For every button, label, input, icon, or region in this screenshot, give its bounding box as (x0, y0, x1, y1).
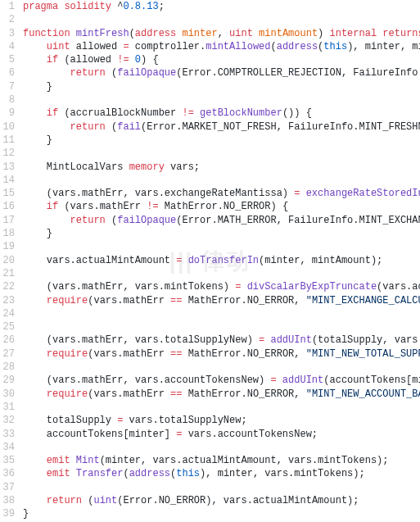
code-line: (vars.mathErr, vars.exchangeRateMantissa… (23, 187, 420, 200)
code-line: emit Transfer(address(this), minter, var… (23, 467, 420, 480)
token-pln: (vars.mathErr (88, 295, 170, 306)
token-pln: comptroller. (129, 41, 206, 52)
token-fn: doTransferIn (188, 255, 259, 266)
code-line: function mintFresh(address minter, uint … (23, 27, 420, 40)
token-fn: mintAllowed (205, 41, 270, 52)
token-pln (70, 28, 76, 39)
token-pln: accountTokens[minter] (23, 429, 176, 440)
code-line: return (uint(Error.NO_ERROR), vars.actua… (23, 494, 420, 507)
token-pln: } (23, 134, 52, 146)
token-pln: (accountTokens[minter], vars.mintTok (323, 374, 420, 386)
token-pln (70, 455, 76, 466)
token-kw: return (70, 67, 106, 79)
token-pln: ()) { (282, 107, 312, 119)
code-line: uint allowed = comptroller.mintAllowed(a… (23, 40, 420, 53)
token-pln: vars.actualMintAmount (23, 255, 176, 266)
token-kw: address (135, 28, 176, 39)
token-kw: == (170, 295, 182, 306)
token-kw: function (23, 28, 70, 39)
token-pln: (vars.mathErr, vars.exchangeRateMantissa… (23, 188, 294, 199)
token-pln (23, 455, 47, 466)
token-pln (129, 54, 135, 66)
token-kw: != (182, 107, 193, 119)
line-number: 27 (0, 347, 15, 361)
token-pln (23, 215, 70, 226)
token-lit: this (176, 468, 200, 479)
token-lit: 0.8.13 (123, 1, 158, 12)
line-number: 32 (0, 414, 15, 427)
line-number: 29 (0, 374, 15, 387)
token-kw: if (47, 54, 58, 66)
token-kw: returns (382, 28, 420, 39)
token-pln (23, 295, 47, 306)
token-fn: addUInt (270, 334, 311, 346)
token-kw: emit (47, 468, 70, 479)
token-pln: (vars.mathErr (88, 348, 170, 360)
line-number: 34 (0, 441, 15, 454)
token-fn: Mint (76, 455, 100, 466)
token-pln: (vars.mathErr (58, 201, 147, 212)
token-pln: MathError.NO_ERROR) { (159, 201, 288, 212)
code-line (23, 441, 420, 454)
token-fn: getBlockNumber (200, 107, 282, 119)
code-line (23, 307, 420, 320)
code-line: MintLocalVars memory vars; (23, 161, 420, 174)
token-pln: MathError.NO_ERROR, (182, 388, 305, 400)
token-pln: (Error.MARKET_NOT_FRESH, FailureInfo.MIN… (141, 121, 420, 133)
line-number: 17 (0, 214, 15, 227)
token-pln: ; (159, 1, 165, 12)
code-line: vars.actualMintAmount = doTransferIn(min… (23, 254, 420, 267)
token-pln: ( (82, 495, 93, 506)
token-fn: addUInt (282, 374, 323, 386)
code-line: if (accrualBlockNumber != getBlockNumber… (23, 107, 420, 120)
code-line (23, 481, 420, 494)
token-pln: ( (270, 41, 276, 52)
token-kw: return (70, 121, 106, 133)
token-fn: address (277, 41, 318, 52)
line-number: 8 (0, 93, 15, 107)
line-number: 31 (0, 401, 15, 414)
token-pln: MathError.NO_ERROR, (182, 295, 305, 306)
token-pln: } (23, 508, 29, 520)
token-kw: return (47, 495, 82, 506)
line-number: 4 (0, 40, 15, 53)
line-number: 35 (0, 454, 15, 467)
token-pln: allowed (70, 41, 124, 52)
line-number: 6 (0, 66, 15, 79)
token-pln: ), minter, mintAmount); (347, 41, 420, 52)
line-number: 26 (0, 334, 15, 347)
token-pln: (Error.COMPTROLLER_REJECTION, FailureInf… (176, 67, 420, 79)
token-kw: != (147, 201, 158, 212)
line-number: 28 (0, 361, 15, 374)
token-fn: failOpaque (117, 215, 176, 226)
token-kw: uint (229, 28, 253, 39)
line-number: 12 (0, 147, 15, 160)
line-number: 1 (0, 0, 15, 13)
token-fn: divScalarByExpTruncate (247, 281, 377, 293)
line-number: 10 (0, 120, 15, 134)
token-pln (23, 107, 47, 119)
line-number: 24 (0, 307, 15, 320)
code-line: require(vars.mathErr == MathError.NO_ERR… (23, 294, 420, 307)
token-fn: mintFresh (76, 28, 129, 39)
token-kw: uint (47, 41, 70, 52)
token-kw: if (47, 201, 58, 212)
token-kw: = (270, 374, 276, 386)
token-pln: MathError.NO_ERROR, (182, 348, 305, 360)
token-pln: (Error.NO_ERROR), vars.actualMintAmount)… (117, 495, 359, 506)
token-pln (23, 201, 47, 212)
code-line: require(vars.mathErr == MathError.NO_ERR… (23, 347, 420, 361)
line-number: 2 (0, 13, 15, 26)
token-str: "MINT_EXCHANGE_CALCULATION_FAILED" (306, 295, 420, 306)
code-line: accountTokens[minter] = vars.accountToke… (23, 428, 420, 441)
token-kw: require (47, 295, 88, 306)
line-number: 9 (0, 107, 15, 120)
token-pln (23, 54, 47, 66)
token-pln: (allowed (58, 54, 117, 66)
code-line: } (23, 80, 420, 93)
token-pln: (totalSupply, vars.mintTokens); (312, 334, 420, 346)
token-kw: emit (47, 455, 70, 466)
token-pln (23, 121, 70, 133)
line-number: 23 (0, 294, 15, 307)
code-line (23, 401, 420, 414)
